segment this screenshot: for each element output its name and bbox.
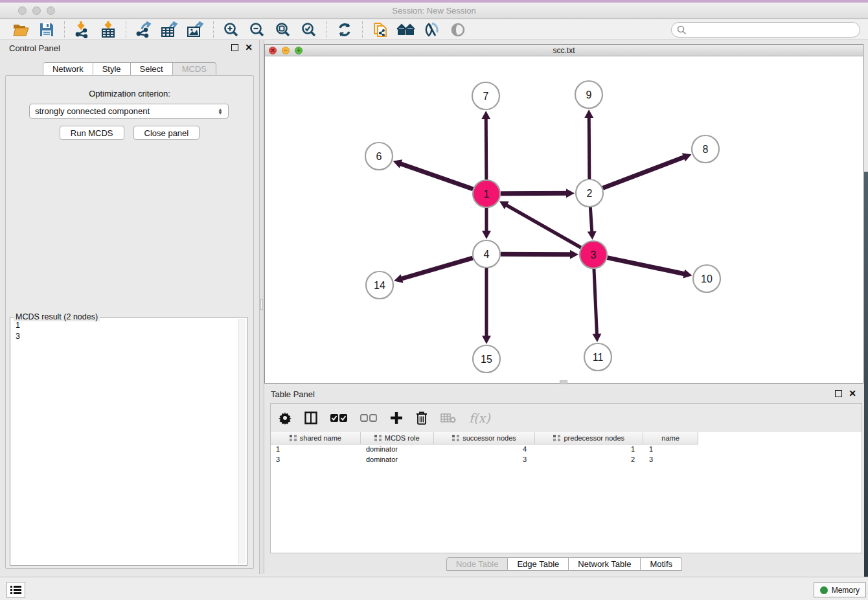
graph-edge-2-9[interactable] xyxy=(589,117,589,179)
tab-edge-table[interactable]: Edge Table xyxy=(508,557,569,571)
graph-node-label: 11 xyxy=(593,352,604,363)
background-window-edge xyxy=(864,172,868,577)
tab-node-table[interactable]: Node Table xyxy=(446,557,508,571)
table-cell[interactable]: 4 xyxy=(434,444,536,455)
toolbar-separator xyxy=(326,21,327,38)
search-input[interactable] xyxy=(671,22,860,38)
tab-motifs[interactable]: Motifs xyxy=(641,557,682,571)
graph-edge-arrowhead xyxy=(683,270,692,279)
add-column-icon[interactable] xyxy=(390,411,403,424)
graph-edge-4-14[interactable] xyxy=(401,258,473,279)
column-header-shared-name[interactable]: shared name xyxy=(271,432,361,444)
graph-edge-3-10[interactable] xyxy=(608,258,685,274)
select-all-icon[interactable] xyxy=(330,413,347,422)
delete-column-icon[interactable] xyxy=(416,411,428,425)
table-settings-icon[interactable] xyxy=(279,411,291,424)
graph-edge-1-7[interactable] xyxy=(486,118,486,179)
table-cell[interactable]: 1 xyxy=(644,444,698,455)
export-image-icon[interactable] xyxy=(183,21,209,39)
table-cell[interactable]: 3 xyxy=(271,455,361,465)
table-row[interactable]: 1dominator411 xyxy=(271,444,862,455)
graph-edge-2-3[interactable] xyxy=(590,207,591,233)
memory-status-icon xyxy=(820,586,828,594)
tab-style[interactable]: Style xyxy=(93,62,131,76)
graph-node-label: 4 xyxy=(484,249,490,260)
control-panel-title: Control Panel xyxy=(9,43,60,53)
table-cell[interactable]: 3 xyxy=(644,455,698,465)
optimization-criterion-select[interactable]: strongly connected component ▲▼ xyxy=(29,104,229,119)
network-window-titlebar[interactable]: ✕ − ＋ scc.txt xyxy=(265,45,863,56)
first-neighbors-icon[interactable] xyxy=(393,21,419,39)
export-table-icon[interactable] xyxy=(157,21,183,39)
status-bar: Memory xyxy=(0,577,868,600)
float-table-panel-icon[interactable] xyxy=(835,390,842,397)
function-builder-icon[interactable]: f(x) xyxy=(469,411,490,425)
main-toolbar xyxy=(0,19,868,40)
tab-select[interactable]: Select xyxy=(131,62,173,76)
zoom-fit-icon[interactable] xyxy=(270,21,296,39)
graph-edge-4-3[interactable] xyxy=(501,254,571,255)
network-canvas[interactable]: 7968124314101511 xyxy=(265,57,863,383)
table-cell[interactable]: dominator xyxy=(361,444,434,455)
export-network-icon[interactable] xyxy=(131,21,157,39)
tab-network[interactable]: Network xyxy=(43,62,93,76)
graph-node-label: 6 xyxy=(376,151,382,162)
horizontal-splitter-handle[interactable] xyxy=(560,380,567,384)
table-cell[interactable]: 1 xyxy=(271,444,361,455)
toolbar-separator xyxy=(213,21,214,38)
birdseye-view-icon[interactable] xyxy=(445,21,471,39)
table-row[interactable]: 3dominator323 xyxy=(271,455,862,465)
zoom-in-icon[interactable] xyxy=(218,21,244,39)
import-network-icon[interactable] xyxy=(69,21,95,39)
optimization-criterion-label: Optimization criterion: xyxy=(6,89,253,98)
search-field-wrap xyxy=(671,22,860,38)
graph-edge-3-1[interactable] xyxy=(506,205,581,248)
graph-edge-1-6[interactable] xyxy=(400,163,473,189)
float-panel-icon[interactable] xyxy=(231,44,238,51)
mcds-result-scrollbar[interactable] xyxy=(238,319,246,564)
save-session-icon[interactable] xyxy=(34,21,60,39)
graph-edge-arrowhead xyxy=(592,334,601,342)
close-panel-icon[interactable]: ✕ xyxy=(245,44,253,51)
splitter-handle[interactable] xyxy=(260,299,263,310)
apply-layout-icon[interactable] xyxy=(332,21,358,39)
show-graphics-details-icon[interactable] xyxy=(419,21,445,39)
show-task-history-button[interactable] xyxy=(6,582,25,598)
zoom-out-icon[interactable] xyxy=(244,21,270,39)
memory-button[interactable]: Memory xyxy=(814,583,866,597)
graph-edge-3-11[interactable] xyxy=(594,269,597,335)
table-header-row: shared name MCDS role successor nodes pr… xyxy=(271,432,698,444)
graph-edge-arrowhead xyxy=(482,336,491,344)
open-session-icon[interactable] xyxy=(8,21,34,39)
graph-edge-2-8[interactable] xyxy=(603,157,685,188)
table-cell[interactable]: 2 xyxy=(536,455,644,465)
run-mcds-button[interactable]: Run MCDS xyxy=(60,126,124,140)
vertical-splitter[interactable] xyxy=(259,40,264,574)
graph-node-label: 2 xyxy=(587,188,593,199)
clone-network-icon[interactable] xyxy=(367,21,393,39)
table-cell[interactable]: dominator xyxy=(361,455,434,465)
import-table-icon[interactable] xyxy=(95,21,121,39)
graph-node-label: 9 xyxy=(586,89,592,100)
column-header-mcds-role[interactable]: MCDS role xyxy=(361,432,434,444)
mcds-result-list[interactable]: 1 3 xyxy=(12,320,238,564)
column-header-name[interactable]: name xyxy=(643,432,698,444)
deselect-all-icon[interactable] xyxy=(360,413,377,422)
zoom-selected-icon[interactable] xyxy=(296,21,322,39)
attribute-type-icon xyxy=(452,435,459,441)
control-panel-tabs: Network Style Select MCDS xyxy=(0,62,259,76)
column-header-successor-nodes[interactable]: successor nodes xyxy=(434,432,536,444)
delete-table-icon[interactable] xyxy=(440,413,456,423)
criterion-value: strongly connected component xyxy=(35,106,150,116)
graph-node-label: 3 xyxy=(591,249,597,260)
close-table-panel-icon[interactable]: ✕ xyxy=(849,390,856,397)
tab-mcds[interactable]: MCDS xyxy=(173,62,216,76)
table-cell[interactable]: 3 xyxy=(434,455,536,465)
table-cell[interactable]: 1 xyxy=(536,444,644,455)
close-panel-button[interactable]: Close panel xyxy=(133,126,200,140)
column-header-predecessor-nodes[interactable]: predecessor nodes xyxy=(535,432,643,444)
graph-edge-arrowhead xyxy=(481,111,490,119)
show-column-panel-icon[interactable] xyxy=(304,411,317,424)
tab-network-table[interactable]: Network Table xyxy=(569,557,641,571)
graph-edge-1-2[interactable] xyxy=(501,193,567,194)
